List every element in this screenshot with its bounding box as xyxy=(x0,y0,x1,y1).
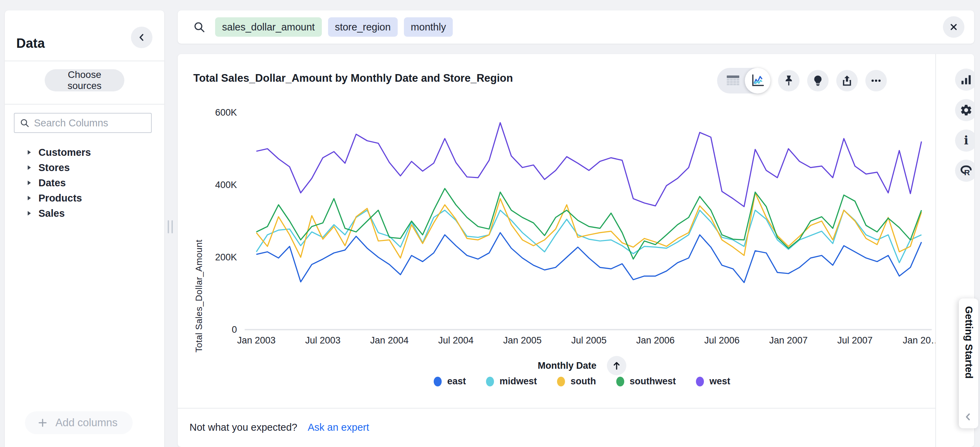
lightbulb-icon xyxy=(812,75,824,87)
legend-label: southwest xyxy=(630,376,676,387)
line-chart-plot[interactable] xyxy=(242,100,921,330)
chart-legend: eastmidwestsouthsouthwestwest xyxy=(242,376,921,387)
x-tick-label: Jan 2005 xyxy=(503,335,541,346)
legend-label: midwest xyxy=(500,376,537,387)
y-tick-label: 400K xyxy=(215,179,237,191)
y-tick-label: 0 xyxy=(232,324,237,336)
x-tick-label: Jul 2007 xyxy=(837,335,873,346)
y-tick-label: 200K xyxy=(215,251,237,263)
x-axis-title: Monthly Date xyxy=(538,360,597,371)
x-axis-line xyxy=(245,329,932,330)
chevron-left-icon xyxy=(963,412,973,422)
view-toggle xyxy=(717,68,770,94)
more-actions-button[interactable] xyxy=(865,70,887,91)
caret-right-icon xyxy=(27,195,32,201)
insights-button[interactable] xyxy=(807,70,829,91)
pin-button[interactable] xyxy=(778,70,800,91)
series-line-west xyxy=(256,122,921,206)
column-search[interactable] xyxy=(14,113,152,133)
plus-icon xyxy=(37,418,48,428)
getting-started-panel[interactable]: Getting Started xyxy=(959,298,978,428)
search-bar[interactable]: sales_dollar_amountstore_regionmonthly xyxy=(178,10,974,44)
share-icon xyxy=(841,75,853,87)
add-columns-button[interactable]: Add columns xyxy=(25,411,133,434)
legend-item-west[interactable]: west xyxy=(696,376,730,387)
legend-dot xyxy=(696,377,704,387)
ask-an-expert-link[interactable]: Ask an expert xyxy=(308,422,369,433)
arrow-up-icon xyxy=(611,360,622,371)
x-tick-label: Jan 2006 xyxy=(636,335,675,346)
legend-item-east[interactable]: east xyxy=(434,376,466,387)
close-icon xyxy=(950,23,958,31)
tree-item-sales[interactable]: Sales xyxy=(5,206,164,221)
tree-item-products[interactable]: Products xyxy=(5,190,164,206)
search-token[interactable]: sales_dollar_amount xyxy=(215,17,322,37)
collapse-panel-button[interactable] xyxy=(131,27,153,48)
column-tree: CustomersStoresDatesProductsSales xyxy=(5,145,164,221)
chart-view-button[interactable] xyxy=(745,68,770,94)
answer-footer: Not what you expected? Ask an expert xyxy=(189,422,369,433)
search-icon xyxy=(19,118,30,128)
data-panel-title: Data xyxy=(16,36,45,51)
table-view-button[interactable] xyxy=(725,72,741,89)
info-icon: i xyxy=(959,134,973,147)
x-tick-label: Jul 2004 xyxy=(438,335,474,346)
x-tick-label: Jan 2007 xyxy=(769,335,808,346)
legend-item-midwest[interactable]: midwest xyxy=(486,376,537,387)
search-icon xyxy=(193,21,205,33)
search-token[interactable]: store_region xyxy=(328,17,398,37)
r-analysis-button[interactable]: R xyxy=(955,160,974,182)
caret-right-icon xyxy=(27,165,32,170)
y-axis-ticks: 600K400K200K0 xyxy=(190,100,237,330)
legend-dot xyxy=(616,377,624,387)
legend-label: west xyxy=(710,376,730,387)
add-columns-label: Add columns xyxy=(56,417,118,429)
series-line-south xyxy=(256,193,921,258)
tree-item-customers[interactable]: Customers xyxy=(5,145,164,160)
column-search-input[interactable] xyxy=(34,117,146,129)
search-token[interactable]: monthly xyxy=(404,17,453,37)
legend-dot xyxy=(557,377,565,387)
clear-search-button[interactable] xyxy=(943,16,964,38)
chart-series-svg xyxy=(242,100,921,330)
legend-item-southwest[interactable]: southwest xyxy=(616,376,676,387)
legend-dot xyxy=(434,377,442,387)
tree-item-label: Products xyxy=(38,192,82,204)
series-line-east xyxy=(256,233,921,282)
line-chart-icon xyxy=(750,73,765,88)
answer-card: Total Sales_Dollar_Amount by Monthly Dat… xyxy=(178,54,974,447)
divider xyxy=(5,104,164,105)
search-tokens: sales_dollar_amountstore_regionmonthly xyxy=(215,17,943,37)
collapse-getting-started-button[interactable] xyxy=(963,412,974,423)
share-button[interactable] xyxy=(836,70,858,91)
chart-title: Total Sales_Dollar_Amount by Monthly Dat… xyxy=(193,72,513,84)
gear-icon xyxy=(959,103,973,117)
choose-sources-button[interactable]: Choose sources xyxy=(45,69,124,91)
x-tick-label: Jul 2003 xyxy=(305,335,340,346)
svg-text:i: i xyxy=(964,134,969,147)
chevron-left-icon xyxy=(137,32,147,43)
info-button[interactable]: i xyxy=(955,130,974,152)
sort-ascending-button[interactable] xyxy=(607,356,626,375)
x-tick-label: Jan 2004 xyxy=(370,335,409,346)
legend-label: south xyxy=(571,376,596,387)
tree-item-dates[interactable]: Dates xyxy=(5,175,164,190)
bar-chart-icon xyxy=(959,73,973,86)
answer-toolbar xyxy=(717,68,887,94)
y-tick-label: 600K xyxy=(215,107,237,119)
tree-item-label: Customers xyxy=(38,147,91,158)
legend-item-south[interactable]: south xyxy=(557,376,596,387)
caret-right-icon xyxy=(27,150,32,155)
configure-button[interactable] xyxy=(955,99,974,121)
panel-resize-handle[interactable] xyxy=(168,220,173,233)
chart-type-button[interactable] xyxy=(955,68,974,91)
caret-right-icon xyxy=(27,211,32,216)
caret-right-icon xyxy=(27,180,32,185)
tree-item-stores[interactable]: Stores xyxy=(5,160,164,175)
pin-icon xyxy=(783,75,795,87)
ellipsis-icon xyxy=(870,75,882,87)
footer-question: Not what you expected? xyxy=(189,422,297,433)
x-tick-label: Jul 2005 xyxy=(571,335,606,346)
legend-label: east xyxy=(447,376,466,387)
divider xyxy=(935,54,936,447)
